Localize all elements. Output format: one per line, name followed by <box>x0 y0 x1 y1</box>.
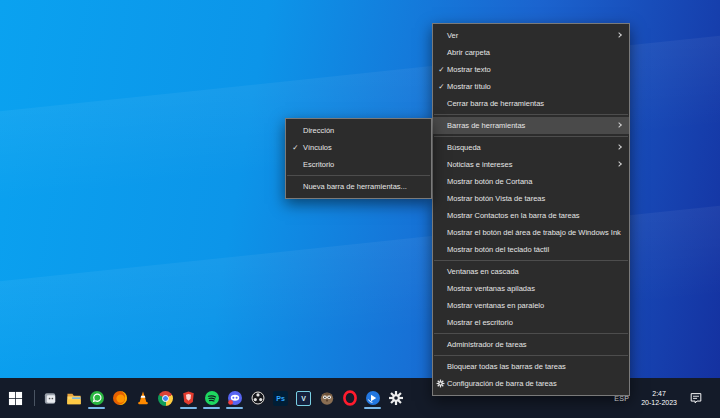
menu-item-abrir-carpeta[interactable]: Abrir carpeta <box>433 44 629 61</box>
taskbar-button-file-explorer[interactable] <box>62 378 85 418</box>
taskbar-button-spotify[interactable] <box>200 378 223 418</box>
action-center-icon <box>689 391 703 405</box>
checkmark-icon: ✓ <box>437 61 446 78</box>
obs-icon <box>250 390 266 406</box>
menu-item-cerrar-barra[interactable]: Cerrar barra de herramientas <box>433 95 629 112</box>
menu-item-barras-de-herramientas[interactable]: Barras de herramientas <box>433 117 629 134</box>
submenu-arrow-icon <box>616 122 622 128</box>
brave-icon <box>181 390 196 406</box>
photoshop-icon: Ps <box>273 391 288 406</box>
menu-item-mostrar-texto[interactable]: ✓Mostrar texto <box>433 61 629 78</box>
menu-separator <box>434 333 628 334</box>
taskbar-clock[interactable]: 2:47 20-12-2023 <box>636 389 682 408</box>
menu-separator <box>434 355 628 356</box>
firefox-icon <box>112 390 128 406</box>
checkmark-icon: ✓ <box>437 78 446 95</box>
start-button[interactable] <box>0 378 30 418</box>
taskbar-button-chrome[interactable] <box>154 378 177 418</box>
taskbar-button-media-player[interactable] <box>361 378 384 418</box>
checkmark-icon: ✓ <box>291 139 300 156</box>
messaging-app-icon <box>43 391 58 406</box>
taskbar-context-menu: Ver Abrir carpeta ✓Mostrar texto ✓Mostra… <box>432 23 630 396</box>
action-center-button[interactable] <box>684 378 708 418</box>
submenu-arrow-icon <box>616 144 622 150</box>
toolbar-separator <box>30 378 39 418</box>
menu-separator <box>434 260 628 261</box>
menu-item-mostrar-titulo[interactable]: ✓Mostrar título <box>433 78 629 95</box>
gear-icon <box>436 379 445 388</box>
menu-item-mostrar-escritorio[interactable]: Mostrar el escritorio <box>433 314 629 331</box>
taskbar-button-whatsapp[interactable] <box>85 378 108 418</box>
toolbars-submenu: Dirección ✓Vínculos Escritorio Nueva bar… <box>285 118 432 199</box>
submenu-item-escritorio[interactable]: Escritorio <box>286 156 431 173</box>
submenu-item-nueva-barra[interactable]: Nueva barra de herramientas... <box>286 178 431 195</box>
menu-item-teclado-tactil[interactable]: Mostrar botón del teclado táctil <box>433 241 629 258</box>
taskbar-button-gimp[interactable] <box>315 378 338 418</box>
menu-item-noticias-e-intereses[interactable]: Noticias e intereses <box>433 156 629 173</box>
clock-date: 20-12-2023 <box>641 398 677 407</box>
taskbar-button-opera[interactable] <box>338 378 361 418</box>
submenu-arrow-icon <box>616 161 622 167</box>
menu-item-busqueda[interactable]: Búsqueda <box>433 139 629 156</box>
spotify-icon <box>204 390 220 406</box>
taskbar-button-photoshop[interactable]: Ps <box>269 378 292 418</box>
taskbar-button-vegas[interactable]: V <box>292 378 315 418</box>
taskbar-button-discord[interactable] <box>223 378 246 418</box>
chrome-icon <box>158 391 173 406</box>
gimp-icon <box>319 390 335 406</box>
taskbar-button-obs[interactable] <box>246 378 269 418</box>
submenu-arrow-icon <box>616 32 622 38</box>
taskbar-button-brave[interactable] <box>177 378 200 418</box>
menu-item-contactos[interactable]: Mostrar Contactos en la barra de tareas <box>433 207 629 224</box>
menu-item-configuracion-barra[interactable]: Configuración de barra de tareas <box>433 375 629 392</box>
menu-item-ventanas-apiladas[interactable]: Mostrar ventanas apiladas <box>433 280 629 297</box>
start-icon <box>8 391 23 406</box>
menu-item-ver[interactable]: Ver <box>433 27 629 44</box>
clock-time: 2:47 <box>641 389 677 398</box>
menu-item-boton-cortana[interactable]: Mostrar botón de Cortana <box>433 173 629 190</box>
menu-separator <box>434 136 628 137</box>
menu-item-bloquear-barras[interactable]: Bloquear todas las barras de tareas <box>433 358 629 375</box>
vegas-icon: V <box>296 391 311 406</box>
opera-icon <box>342 390 358 406</box>
menu-item-administrador-de-tareas[interactable]: Administrador de tareas <box>433 336 629 353</box>
menu-item-ventanas-cascada[interactable]: Ventanas en cascada <box>433 263 629 280</box>
taskbar-button-firefox[interactable] <box>108 378 131 418</box>
menu-separator <box>287 175 430 176</box>
windows-desktop-screen: Ps V ESP 2:47 20-12- <box>0 0 720 418</box>
menu-item-ventanas-paralelo[interactable]: Mostrar ventanas en paralelo <box>433 297 629 314</box>
vlc-icon <box>135 390 151 406</box>
menu-separator <box>434 114 628 115</box>
menu-item-vista-de-tareas[interactable]: Mostrar botón Vista de tareas <box>433 190 629 207</box>
whatsapp-icon <box>89 390 105 406</box>
media-player-icon <box>365 390 381 406</box>
taskbar-button-settings[interactable] <box>384 378 407 418</box>
submenu-item-vinculos[interactable]: ✓Vínculos <box>286 139 431 156</box>
submenu-item-direccion[interactable]: Dirección <box>286 122 431 139</box>
taskbar-button-messaging[interactable] <box>39 378 62 418</box>
file-explorer-icon <box>66 391 82 406</box>
discord-icon <box>227 390 243 406</box>
taskbar-button-vlc[interactable] <box>131 378 154 418</box>
settings-gear-icon <box>388 390 404 406</box>
menu-item-windows-ink[interactable]: Mostrar el botón del área de trabajo de … <box>433 224 629 241</box>
